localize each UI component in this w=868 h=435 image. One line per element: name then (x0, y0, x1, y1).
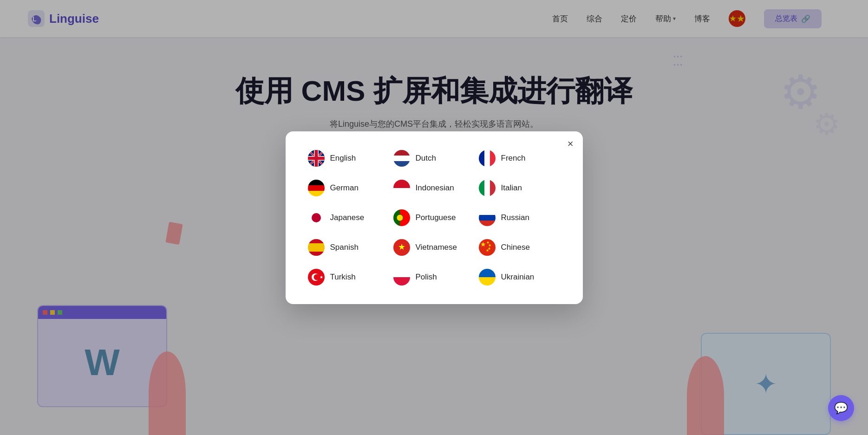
modal-close-button[interactable]: × (568, 139, 574, 149)
lang-name-vn: Vietnamese (416, 243, 457, 252)
svg-point-26 (312, 213, 321, 222)
svg-rect-10 (314, 150, 318, 167)
flag-es (308, 239, 325, 256)
lang-item-nl[interactable]: Dutch (393, 150, 475, 167)
lang-name-nl: Dutch (416, 154, 436, 163)
svg-rect-18 (308, 185, 325, 191)
svg-rect-24 (490, 180, 496, 196)
lang-item-it[interactable]: Italian (479, 180, 561, 196)
lang-item-id[interactable]: Indonesian (393, 180, 475, 196)
lang-name-es: Spanish (330, 243, 359, 252)
lang-item-zh[interactable]: ★ ★ ★ ★ ★ Chinese (479, 239, 561, 256)
language-modal: × English Dutch French (286, 131, 583, 304)
svg-rect-13 (393, 161, 410, 167)
lang-item-tr[interactable]: ★ Turkish (308, 269, 390, 286)
lang-item-pl[interactable]: Polish (393, 269, 475, 286)
svg-rect-23 (484, 180, 490, 196)
svg-rect-30 (479, 209, 496, 215)
svg-rect-48 (393, 269, 410, 277)
flag-fr (479, 150, 496, 167)
lang-name-en: English (330, 154, 356, 163)
flag-jp (308, 209, 325, 226)
svg-text:★: ★ (398, 242, 405, 252)
chat-button[interactable]: 💬 (828, 395, 854, 421)
lang-name-jp: Japanese (330, 213, 365, 222)
chat-icon: 💬 (834, 402, 848, 415)
lang-item-fr[interactable]: French (479, 150, 561, 167)
lang-name-uk: Ukrainian (501, 273, 535, 282)
lang-name-pt: Portuguese (416, 213, 456, 222)
svg-point-29 (397, 214, 403, 221)
lang-item-de[interactable]: German (308, 180, 390, 196)
svg-rect-12 (393, 156, 410, 161)
flag-nl (393, 150, 410, 167)
modal-overlay: × English Dutch French (0, 0, 868, 435)
lang-item-en[interactable]: English (308, 150, 390, 167)
lang-name-pl: Polish (416, 273, 437, 282)
svg-rect-16 (490, 150, 496, 167)
lang-name-tr: Turkish (330, 273, 356, 282)
svg-text:★: ★ (485, 248, 489, 253)
svg-rect-19 (308, 191, 325, 196)
flag-id (393, 180, 410, 196)
lang-name-it: Italian (501, 183, 522, 193)
svg-rect-21 (393, 188, 410, 196)
svg-rect-14 (479, 150, 484, 167)
flag-vn: ★ (393, 239, 410, 256)
svg-rect-22 (479, 180, 484, 196)
flag-en (308, 150, 325, 167)
language-grid: English Dutch French German Indonesian I… (308, 150, 561, 286)
svg-rect-31 (479, 215, 496, 221)
svg-rect-11 (393, 150, 410, 156)
svg-point-46 (313, 274, 320, 280)
svg-rect-51 (479, 277, 496, 286)
svg-rect-34 (308, 239, 325, 243)
flag-uk (479, 269, 496, 286)
svg-text:★: ★ (480, 240, 486, 248)
flag-de (308, 180, 325, 196)
lang-name-id: Indonesian (416, 183, 454, 193)
svg-rect-35 (308, 252, 325, 256)
lang-item-pt[interactable]: Portuguese (393, 209, 475, 226)
flag-pt (393, 209, 410, 226)
lang-item-ru[interactable]: Russian (479, 209, 561, 226)
lang-name-ru: Russian (501, 213, 529, 222)
flag-zh: ★ ★ ★ ★ ★ (479, 239, 496, 256)
lang-name-fr: French (501, 154, 526, 163)
flag-pl (393, 269, 410, 286)
lang-item-jp[interactable]: Japanese (308, 209, 390, 226)
lang-item-vn[interactable]: ★ Vietnamese (393, 239, 475, 256)
lang-item-uk[interactable]: Ukrainian (479, 269, 561, 286)
svg-rect-50 (479, 269, 496, 277)
svg-rect-17 (308, 180, 325, 185)
flag-tr: ★ (308, 269, 325, 286)
flag-it (479, 180, 496, 196)
svg-rect-20 (393, 180, 410, 188)
flag-ru (479, 209, 496, 226)
svg-rect-15 (484, 150, 490, 167)
svg-rect-49 (393, 277, 410, 286)
svg-text:★: ★ (320, 275, 323, 279)
lang-name-de: German (330, 183, 359, 193)
svg-rect-32 (479, 221, 496, 226)
lang-item-es[interactable]: Spanish (308, 239, 390, 256)
lang-name-zh: Chinese (501, 243, 530, 252)
